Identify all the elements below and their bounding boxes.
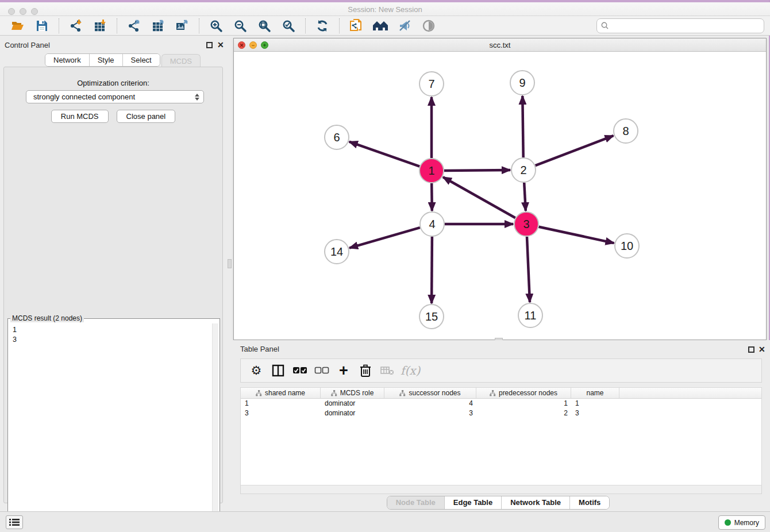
cell-successor-nodes[interactable]: 3: [384, 408, 476, 418]
delete-icon[interactable]: [357, 362, 374, 379]
tab-edge-table[interactable]: Edge Table: [445, 496, 502, 509]
table-hscrollbar[interactable]: [240, 485, 762, 494]
cell-predecessor-nodes[interactable]: 2: [476, 408, 571, 418]
open-folder-icon[interactable]: [9, 17, 26, 34]
graph-node-8[interactable]: 8: [614, 119, 638, 143]
graph-edge-2-9[interactable]: [522, 96, 523, 157]
graph-node-14[interactable]: 14: [325, 240, 349, 264]
export-network-icon[interactable]: [125, 17, 143, 34]
search-input[interactable]: [610, 20, 764, 32]
graph-node-6[interactable]: 6: [325, 125, 349, 149]
settings-icon[interactable]: ⚙: [248, 362, 265, 379]
graph-node-7[interactable]: 7: [419, 72, 444, 96]
graph-node-10[interactable]: 10: [615, 234, 639, 258]
open-network-file-icon[interactable]: [348, 17, 365, 34]
column-header-filler: [619, 388, 761, 398]
zoom-selected-icon[interactable]: [280, 17, 297, 34]
network-canvas[interactable]: 7968124314101511: [234, 52, 766, 340]
graph-edge-1-4[interactable]: [432, 183, 432, 211]
graph-edge-1-6[interactable]: [349, 142, 420, 167]
float-table-panel-icon[interactable]: [748, 346, 754, 353]
column-header-predecessor-nodes[interactable]: predecessor nodes: [476, 388, 571, 398]
import-table-icon[interactable]: [91, 17, 109, 34]
node-label: 14: [330, 245, 343, 258]
criterion-dropdown[interactable]: strongly connected component: [26, 90, 204, 103]
node-label: 7: [428, 78, 434, 90]
tab-network-table[interactable]: Network Table: [502, 496, 570, 509]
cell-MCDS-role[interactable]: dominator: [321, 399, 384, 408]
column-header-successor-nodes[interactable]: successor nodes: [384, 388, 476, 398]
graph-edge-1-2[interactable]: [444, 170, 510, 171]
column-header-shared-name[interactable]: shared name: [241, 388, 321, 398]
tab-select[interactable]: Select: [123, 54, 160, 66]
graph-node-4[interactable]: 4: [420, 212, 444, 236]
toolbar-separator: [199, 18, 199, 33]
toolbar-separator: [117, 18, 117, 33]
network-window-titlebar[interactable]: ✕ − + scc.txt: [234, 38, 766, 52]
tab-style[interactable]: Style: [90, 54, 123, 66]
graph-node-11[interactable]: 11: [518, 303, 542, 327]
titlebar: Session: New Session: [0, 2, 770, 16]
column-header-name[interactable]: name: [571, 388, 619, 398]
graph-edge-4-15[interactable]: [432, 237, 432, 303]
graph-edge-2-8[interactable]: [536, 136, 614, 165]
node-label: 3: [523, 218, 529, 230]
cell-MCDS-role[interactable]: dominator: [321, 408, 384, 418]
zoom-out-icon[interactable]: [232, 17, 249, 34]
tab-network[interactable]: Network: [45, 54, 90, 66]
task-history-button[interactable]: [6, 515, 23, 529]
memory-button-label: Memory: [734, 519, 759, 527]
close-table-panel-icon[interactable]: ✕: [759, 345, 765, 354]
graph-node-15[interactable]: 15: [419, 304, 444, 329]
save-icon[interactable]: [33, 17, 51, 34]
float-panel-icon[interactable]: [206, 42, 213, 48]
cell-shared-name[interactable]: 3: [241, 408, 321, 418]
add-icon[interactable]: +: [335, 362, 352, 379]
graph-edge-2-3[interactable]: [524, 183, 526, 211]
graph-node-1[interactable]: 1: [419, 159, 444, 183]
mcds-result-list[interactable]: 13: [9, 323, 211, 346]
eye-icon[interactable]: [420, 17, 437, 34]
cell-predecessor-nodes[interactable]: 1: [476, 399, 571, 408]
export-image-icon[interactable]: [174, 17, 191, 34]
graph-edge-4-14[interactable]: [349, 228, 420, 248]
table-body: 1dominator4113dominator323: [241, 399, 761, 418]
column-header-MCDS-role[interactable]: MCDS role: [321, 388, 384, 398]
mcds-result-node: 1: [13, 325, 208, 335]
memory-button[interactable]: Memory: [718, 515, 765, 530]
graph-node-2[interactable]: 2: [511, 158, 536, 182]
zoom-in-icon[interactable]: [207, 17, 225, 34]
node-label: 6: [333, 131, 340, 144]
zoom-fit-icon[interactable]: [256, 17, 273, 34]
cell-name[interactable]: 1: [571, 399, 619, 408]
table-row[interactable]: 3dominator323: [241, 408, 761, 418]
deselect-checks-icon[interactable]: [313, 362, 330, 379]
close-panel-icon[interactable]: ✕: [217, 40, 224, 49]
node-label: 8: [622, 125, 629, 137]
tab-motifs[interactable]: Motifs: [570, 496, 609, 509]
mcds-result-box: MCDS result (2 nodes) 13: [7, 314, 220, 532]
graph-edge-3-1[interactable]: [443, 177, 515, 218]
import-network-icon[interactable]: [67, 17, 84, 34]
cell-name[interactable]: 3: [571, 408, 619, 418]
tab-node-table[interactable]: Node Table: [387, 496, 445, 509]
mute-announcements-icon[interactable]: [396, 17, 413, 34]
graph-node-9[interactable]: 9: [510, 71, 534, 95]
refresh-layout-icon[interactable]: [314, 17, 331, 34]
cell-successor-nodes[interactable]: 4: [384, 399, 476, 408]
tab-mcds[interactable]: MCDS: [161, 54, 201, 67]
home-icon[interactable]: [372, 17, 389, 34]
run-mcds-button[interactable]: Run MCDS: [51, 110, 109, 123]
select-all-checks-icon[interactable]: [291, 362, 309, 379]
export-table-icon[interactable]: [149, 17, 167, 34]
cell-shared-name[interactable]: 1: [241, 399, 321, 408]
table-row[interactable]: 1dominator411: [241, 399, 761, 408]
graph-node-3[interactable]: 3: [514, 212, 538, 236]
columns-icon[interactable]: [270, 362, 287, 379]
graph-edge-3-11[interactable]: [527, 237, 530, 302]
search-box[interactable]: [596, 18, 764, 33]
graph-edge-3-10[interactable]: [539, 227, 614, 243]
result-scrollbar[interactable]: [212, 323, 218, 531]
vertical-splitter-handle[interactable]: [228, 259, 232, 268]
close-panel-button[interactable]: Close panel: [117, 110, 176, 123]
